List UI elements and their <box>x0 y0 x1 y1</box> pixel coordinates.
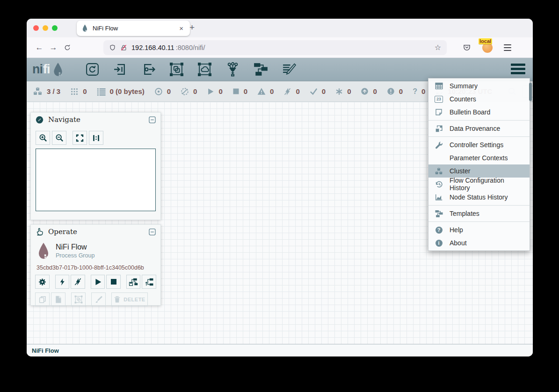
counters-icon: 23 <box>434 96 443 103</box>
color-button[interactable] <box>91 292 106 306</box>
disable-button[interactable] <box>71 275 85 289</box>
running-count: 0 <box>218 87 222 95</box>
drag-input-port-icon[interactable] <box>113 62 128 77</box>
browser-menu-icon[interactable] <box>504 44 511 51</box>
nifi-logo-drop-icon <box>51 62 65 77</box>
operate-collapse-button[interactable] <box>149 228 156 235</box>
url-path: :8080/nifi/ <box>176 44 205 51</box>
menu-item-about[interactable]: i About <box>428 236 530 249</box>
status-transmitting: 0 <box>154 87 171 96</box>
minimize-window-button[interactable] <box>43 25 48 31</box>
drag-funnel-icon[interactable] <box>225 62 240 77</box>
menu-item-controller-settings[interactable]: Controller Settings <box>428 138 530 151</box>
menu-item-label: Controller Settings <box>450 141 503 149</box>
menu-item-counters[interactable]: 23 Counters <box>428 93 530 106</box>
menu-item-cluster[interactable]: Cluster <box>428 164 530 178</box>
tab-title: NiFi Flow <box>93 25 118 32</box>
menu-item-label: Flow Configuration History <box>450 177 524 192</box>
upload-template-button[interactable] <box>142 275 156 289</box>
stale-up-arrow-icon <box>361 87 369 95</box>
tab-close-button[interactable]: × <box>177 24 185 32</box>
menu-item-templates[interactable]: Templates <box>428 207 530 220</box>
cluster-cubes-icon <box>434 167 443 175</box>
transmitting-icon <box>154 87 163 96</box>
forward-button[interactable]: → <box>46 41 60 55</box>
url-bar[interactable]: 192.168.40.11:8080/nifi/ ☆ <box>103 40 447 55</box>
menu-item-data-provenance[interactable]: Data Provenance <box>428 122 530 135</box>
zoom-out-button[interactable] <box>52 131 66 145</box>
about-glyph: i <box>438 240 439 246</box>
status-up-to-date: 0 <box>310 87 326 95</box>
start-button[interactable] <box>91 275 105 289</box>
menu-item-label: Bulletin Board <box>450 108 490 116</box>
window-controls <box>33 25 58 31</box>
group-button[interactable] <box>71 292 86 306</box>
sync-failure-count: 0 <box>421 87 425 95</box>
disabled-count: 0 <box>296 87 299 95</box>
area-chart-icon <box>434 193 443 201</box>
navigate-title: Navigate <box>48 115 80 124</box>
back-button[interactable]: ← <box>32 41 46 55</box>
drag-label-icon[interactable] <box>282 62 296 77</box>
compass-icon <box>36 116 44 124</box>
reload-button[interactable] <box>60 41 74 55</box>
menu-item-flow-configuration-history[interactable]: Flow Configuration History <box>428 178 530 191</box>
zoom-actual-size-button[interactable] <box>89 131 103 145</box>
browser-nav-bar: ← → 192.168.40.11:8080/nifi/ ☆ local <box>27 37 533 58</box>
menu-item-label: Parameter Contexts <box>450 154 508 162</box>
navigate-collapse-button[interactable] <box>149 116 156 123</box>
up-to-date-check-icon <box>310 88 318 95</box>
delete-button[interactable]: DELETE <box>111 292 148 306</box>
menu-item-label: About <box>450 239 467 247</box>
insecure-lock-icon[interactable] <box>120 44 127 51</box>
drag-template-icon[interactable] <box>254 62 268 77</box>
url-host: 192.168.40.11 <box>131 44 174 51</box>
nifi-logo-fi: fi <box>43 62 50 77</box>
birdseye-minimap[interactable] <box>36 149 156 211</box>
operate-title: Operate <box>48 228 77 236</box>
global-menu-button[interactable] <box>511 64 525 74</box>
menu-item-node-status-history[interactable]: Node Status History <box>428 191 530 204</box>
browser-tab-bar: NiFi Flow × + <box>27 19 533 37</box>
nifi-logo: nifi <box>32 62 65 77</box>
menu-item-parameter-contexts[interactable]: Parameter Contexts <box>428 151 530 164</box>
new-tab-button[interactable]: + <box>186 22 198 33</box>
status-locally-modified-stale: 0 <box>387 87 403 95</box>
operate-flow-name: NiFi Flow <box>56 243 94 251</box>
drag-remote-process-group-icon[interactable] <box>197 62 212 77</box>
copy-button[interactable] <box>35 292 50 306</box>
breadcrumb[interactable]: NiFi Flow <box>32 347 59 354</box>
status-disabled: 0 <box>283 87 299 96</box>
close-window-button[interactable] <box>33 25 39 31</box>
status-queued: 0 (0 bytes) <box>97 87 145 96</box>
status-threads: 0 <box>70 87 87 96</box>
page-scrollbar-thumb[interactable] <box>529 83 532 101</box>
enable-button[interactable] <box>55 275 70 289</box>
paste-button[interactable] <box>51 292 65 306</box>
menu-item-bulletin-board[interactable]: Bulletin Board <box>428 106 530 119</box>
menu-item-help[interactable]: ? Help <box>428 223 530 236</box>
status-cluster: 3 / 3 <box>33 87 60 96</box>
save-template-button[interactable] <box>126 275 141 289</box>
queued-count: 0 (0 bytes) <box>110 87 145 95</box>
help-glyph: ? <box>437 227 441 233</box>
browser-tab[interactable]: NiFi Flow × <box>77 21 190 36</box>
status-not-transmitting: 0 <box>181 87 197 96</box>
menu-item-summary[interactable]: Summary <box>428 79 530 93</box>
drag-process-group-icon[interactable] <box>169 62 184 77</box>
bookmark-star-icon[interactable]: ☆ <box>435 43 441 52</box>
sync-failure-question-icon: ? <box>413 87 417 96</box>
zoom-in-button[interactable] <box>36 131 50 145</box>
drag-output-port-icon[interactable] <box>141 62 156 77</box>
zoom-window-button[interactable] <box>52 25 58 31</box>
modified-stale-exclamation-icon <box>387 87 395 95</box>
zoom-fit-button[interactable] <box>73 131 87 145</box>
configure-button[interactable] <box>35 275 50 289</box>
profile-avatar[interactable]: local <box>482 43 493 53</box>
drag-processor-icon[interactable] <box>85 62 100 77</box>
stop-button[interactable] <box>106 275 121 289</box>
pocket-icon[interactable] <box>463 43 471 52</box>
operate-flow-id: 35cbd3b7-017b-1000-8bff-1c3405c00d6b <box>31 260 160 271</box>
status-stopped: 0 <box>232 87 247 95</box>
shield-icon[interactable] <box>109 44 116 51</box>
